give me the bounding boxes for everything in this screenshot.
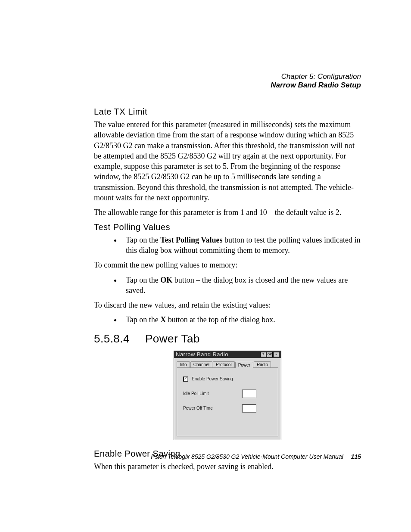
power-off-time-label: Power Off Time [183, 406, 213, 411]
idle-poll-limit-input[interactable] [242, 389, 256, 398]
help-button[interactable]: ? [260, 352, 266, 357]
list-item: Tap on the X button at the top of the di… [121, 314, 361, 325]
power-off-time-row: Power Off Time [183, 404, 256, 413]
para-late-tx-1: The value entered for this parameter (me… [94, 119, 361, 203]
ok-button[interactable]: OK [267, 352, 273, 357]
text-span: Tap on the [126, 315, 160, 324]
text-span: button at the top of the dialog box. [166, 315, 275, 324]
page-number: 115 [351, 453, 361, 460]
tab-strip: Info Channel Protocol Power Radio [174, 358, 281, 367]
bullet-list: Tap on the OK button – the dialog box is… [94, 275, 361, 296]
tab-panel-power: ✓ Enable Power Saving Idle Poll Limit Po… [177, 367, 278, 436]
heading-power-tab: 5.5.8.4 Power Tab [94, 332, 361, 345]
text-span: Tap on the [126, 276, 160, 284]
tab-protocol[interactable]: Protocol [213, 361, 235, 367]
list-item: Tap on the Test Polling Values button to… [121, 235, 361, 256]
heading-late-tx: Late TX Limit [94, 107, 361, 117]
bold-text: Test Polling Values [160, 236, 222, 244]
chapter-label: Chapter 5: Configuration [94, 72, 361, 81]
title-bar-buttons: ? OK × [260, 352, 279, 357]
bullet-list: Tap on the X button at the top of the di… [94, 314, 361, 325]
heading-test-polling: Test Polling Values [94, 222, 361, 232]
dialog-screenshot: Narrow Band Radio ? OK × Info Channel Pr… [94, 351, 361, 440]
narrow-band-radio-dialog: Narrow Band Radio ? OK × Info Channel Pr… [174, 351, 281, 440]
tab-power[interactable]: Power [235, 362, 253, 368]
section-label: Narrow Band Radio Setup [94, 81, 361, 90]
para-enable-ps: When this parameter is checked, power sa… [94, 461, 361, 472]
tab-channel[interactable]: Channel [190, 361, 212, 367]
para-discard: To discard the new values, and retain th… [94, 300, 361, 310]
idle-poll-limit-row: Idle Poll Limit [183, 389, 256, 398]
para-late-tx-2: The allowable range for this parameter i… [94, 207, 361, 218]
page-header: Chapter 5: Configuration Narrow Band Rad… [94, 72, 361, 90]
footer-text: Psion Teklogix 8525 G2/8530 G2 Vehicle-M… [151, 453, 343, 460]
bold-text: OK [160, 276, 172, 284]
section-number: 5.5.8.4 [94, 332, 130, 345]
para-commit: To commit the new polling values to memo… [94, 260, 361, 270]
checkmark-icon: ✓ [184, 377, 187, 381]
tab-radio[interactable]: Radio [254, 361, 271, 367]
enable-power-saving-label: Enable Power Saving [192, 376, 233, 381]
idle-poll-limit-label: Idle Poll Limit [183, 391, 209, 396]
section-title: Power Tab [145, 332, 200, 345]
title-bar: Narrow Band Radio ? OK × [174, 351, 281, 358]
close-button[interactable]: × [273, 352, 279, 357]
tab-info[interactable]: Info [177, 361, 190, 367]
enable-power-saving-checkbox[interactable]: ✓ [183, 376, 188, 382]
power-off-time-input[interactable] [242, 404, 256, 413]
dialog-title: Narrow Band Radio [176, 352, 228, 358]
text-span: Tap on the [126, 236, 160, 244]
bullet-list: Tap on the Test Polling Values button to… [94, 235, 361, 256]
list-item: Tap on the OK button – the dialog box is… [121, 275, 361, 296]
bold-text: X [160, 315, 166, 324]
page-footer: Psion Teklogix 8525 G2/8530 G2 Vehicle-M… [94, 453, 361, 460]
enable-power-saving-row: ✓ Enable Power Saving [183, 376, 272, 382]
